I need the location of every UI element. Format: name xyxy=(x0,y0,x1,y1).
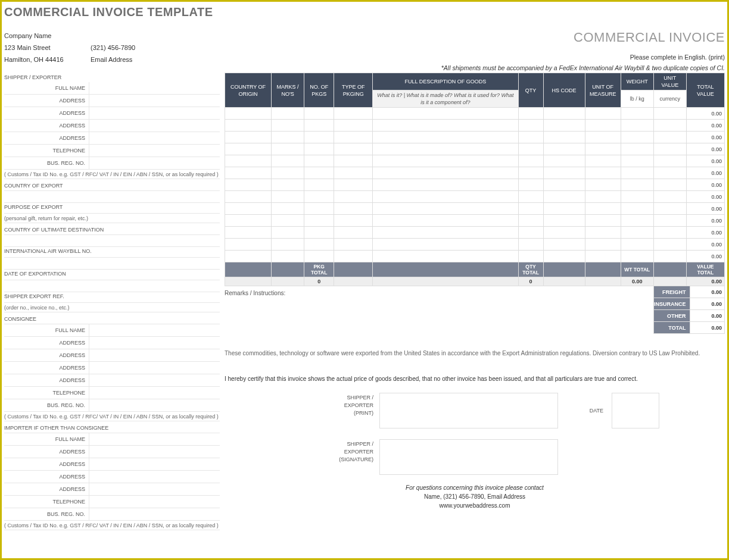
goods-cell[interactable] xyxy=(334,179,373,191)
sig-signature-area[interactable] xyxy=(379,439,558,475)
goods-cell[interactable] xyxy=(585,191,621,203)
goods-cell[interactable] xyxy=(518,251,543,262)
goods-cell[interactable] xyxy=(585,155,621,167)
importer-address-3[interactable] xyxy=(89,471,220,483)
goods-cell[interactable] xyxy=(304,203,334,215)
goods-cell[interactable] xyxy=(373,167,518,179)
goods-cell[interactable] xyxy=(585,227,621,239)
goods-cell[interactable] xyxy=(585,179,621,191)
goods-cell[interactable] xyxy=(518,155,543,167)
goods-cell[interactable] xyxy=(653,251,686,262)
goods-cell[interactable] xyxy=(518,132,543,143)
importer-address-4[interactable] xyxy=(89,483,220,495)
goods-cell[interactable] xyxy=(334,203,373,215)
goods-cell[interactable] xyxy=(304,120,334,132)
goods-cell[interactable] xyxy=(543,120,585,132)
field-address-1[interactable] xyxy=(89,95,220,107)
goods-cell[interactable] xyxy=(518,215,543,227)
goods-cell[interactable] xyxy=(518,120,543,132)
field-bus-reg[interactable] xyxy=(89,157,220,169)
goods-cell[interactable] xyxy=(518,227,543,239)
goods-cell[interactable] xyxy=(225,167,272,179)
goods-cell[interactable] xyxy=(272,155,304,167)
sig-print-area[interactable] xyxy=(379,393,558,428)
goods-cell[interactable] xyxy=(543,251,585,262)
importer-full-name[interactable] xyxy=(89,433,220,445)
date-area[interactable] xyxy=(612,393,659,428)
goods-cell[interactable] xyxy=(585,215,621,227)
goods-cell[interactable] xyxy=(518,239,543,251)
goods-cell[interactable] xyxy=(373,120,518,132)
goods-cell[interactable] xyxy=(225,120,272,132)
goods-cell[interactable] xyxy=(272,167,304,179)
goods-cell[interactable] xyxy=(304,155,334,167)
goods-cell[interactable] xyxy=(225,155,272,167)
goods-cell[interactable] xyxy=(653,132,686,143)
goods-cell[interactable] xyxy=(585,239,621,251)
goods-cell[interactable] xyxy=(373,143,518,155)
goods-cell[interactable] xyxy=(304,132,334,143)
goods-cell[interactable] xyxy=(304,179,334,191)
goods-cell[interactable] xyxy=(272,239,304,251)
goods-cell[interactable] xyxy=(334,155,373,167)
goods-cell[interactable] xyxy=(518,191,543,203)
goods-cell[interactable] xyxy=(373,132,518,143)
goods-cell[interactable] xyxy=(518,143,543,155)
goods-cell[interactable] xyxy=(334,167,373,179)
goods-cell[interactable] xyxy=(373,251,518,262)
goods-cell[interactable] xyxy=(304,167,334,179)
goods-cell[interactable] xyxy=(621,203,653,215)
goods-cell[interactable] xyxy=(373,191,518,203)
goods-cell[interactable] xyxy=(653,108,686,120)
goods-cell[interactable] xyxy=(653,191,686,203)
field-full-name[interactable] xyxy=(89,82,220,94)
goods-cell[interactable] xyxy=(543,179,585,191)
goods-cell[interactable] xyxy=(543,108,585,120)
field-address-2[interactable] xyxy=(89,107,220,119)
importer-address-2[interactable] xyxy=(89,458,220,470)
field-country-dest[interactable] xyxy=(4,235,220,247)
goods-cell[interactable] xyxy=(373,239,518,251)
goods-cell[interactable] xyxy=(585,143,621,155)
goods-cell[interactable] xyxy=(373,155,518,167)
goods-cell[interactable] xyxy=(518,108,543,120)
goods-cell[interactable] xyxy=(621,120,653,132)
goods-cell[interactable] xyxy=(543,203,585,215)
goods-cell[interactable] xyxy=(621,227,653,239)
goods-cell[interactable] xyxy=(543,215,585,227)
goods-cell[interactable] xyxy=(225,108,272,120)
goods-cell[interactable] xyxy=(585,167,621,179)
goods-cell[interactable] xyxy=(373,108,518,120)
goods-cell[interactable] xyxy=(518,179,543,191)
goods-cell[interactable] xyxy=(621,215,653,227)
goods-cell[interactable] xyxy=(543,227,585,239)
goods-cell[interactable] xyxy=(518,203,543,215)
goods-cell[interactable] xyxy=(621,143,653,155)
goods-cell[interactable] xyxy=(334,215,373,227)
goods-cell[interactable] xyxy=(373,179,518,191)
consignee-full-name[interactable] xyxy=(89,324,220,336)
goods-cell[interactable] xyxy=(621,155,653,167)
goods-cell[interactable] xyxy=(585,108,621,120)
goods-cell[interactable] xyxy=(653,143,686,155)
field-air-waybill[interactable] xyxy=(4,258,220,270)
goods-cell[interactable] xyxy=(334,132,373,143)
goods-cell[interactable] xyxy=(272,132,304,143)
goods-cell[interactable] xyxy=(373,203,518,215)
goods-cell[interactable] xyxy=(272,251,304,262)
importer-bus-reg[interactable] xyxy=(89,508,220,520)
goods-cell[interactable] xyxy=(304,239,334,251)
goods-cell[interactable] xyxy=(225,179,272,191)
goods-cell[interactable] xyxy=(334,239,373,251)
goods-cell[interactable] xyxy=(543,155,585,167)
goods-cell[interactable] xyxy=(225,143,272,155)
goods-cell[interactable] xyxy=(585,203,621,215)
goods-cell[interactable] xyxy=(304,251,334,262)
goods-cell[interactable] xyxy=(653,215,686,227)
goods-cell[interactable] xyxy=(621,179,653,191)
goods-cell[interactable] xyxy=(585,251,621,262)
field-address-4[interactable] xyxy=(89,132,220,144)
goods-cell[interactable] xyxy=(585,132,621,143)
goods-cell[interactable] xyxy=(272,108,304,120)
goods-cell[interactable] xyxy=(304,191,334,203)
